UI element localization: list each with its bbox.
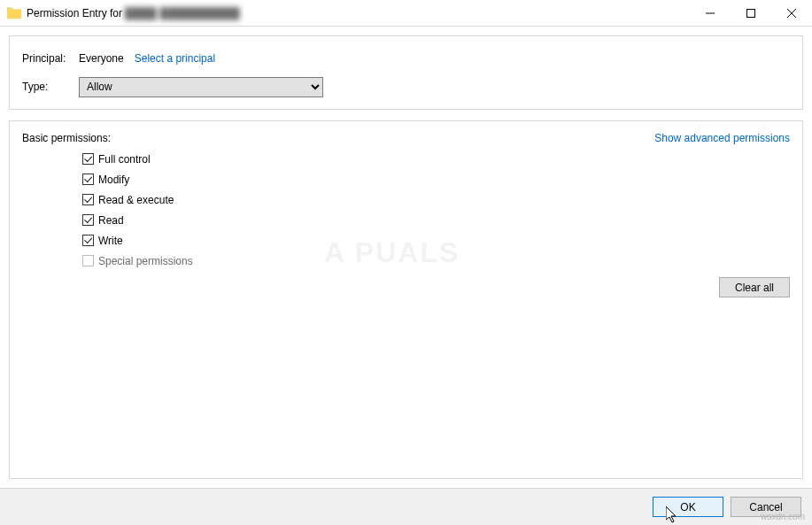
title-bar: Permission Entry for ████ ██████████ [0, 0, 812, 27]
dialog-footer: OK Cancel wsxdn.com [0, 488, 812, 525]
permission-row: Read [82, 211, 790, 229]
permission-label: Special permissions [98, 255, 193, 267]
permission-checkbox[interactable] [82, 214, 94, 226]
type-label: Type: [22, 81, 79, 93]
select-principal-link[interactable]: Select a principal [135, 52, 215, 65]
permission-row: Modify [82, 170, 790, 189]
permission-label: Read & execute [98, 194, 174, 206]
permissions-list: Full controlModifyRead & executeReadWrit… [82, 150, 790, 270]
svg-rect-1 [747, 9, 755, 17]
permission-checkbox [82, 255, 94, 266]
maximize-button[interactable] [731, 0, 771, 27]
permission-checkbox[interactable] [82, 153, 94, 165]
permission-checkbox[interactable] [82, 174, 94, 185]
window-title-obscured: ████ ██████████ [125, 7, 240, 19]
dialog-body: Principal: Everyone Select a principal T… [0, 27, 812, 488]
show-advanced-permissions-link[interactable]: Show advanced permissions [654, 132, 790, 144]
permissions-panel: Basic permissions: Show advanced permiss… [9, 120, 803, 479]
permission-row: Special permissions [82, 251, 790, 270]
close-button[interactable] [771, 0, 812, 27]
cancel-button[interactable]: Cancel [731, 497, 801, 517]
folder-icon [7, 6, 21, 20]
permission-label: Modify [98, 174, 129, 186]
window-title-prefix: Permission Entry for [27, 7, 122, 19]
principal-label: Principal: [22, 52, 79, 65]
permission-label: Read [98, 214, 124, 227]
permission-row: Write [82, 231, 790, 250]
minimize-button[interactable] [690, 0, 731, 27]
ok-button[interactable]: OK [653, 497, 723, 517]
permission-row: Full control [82, 150, 790, 168]
principal-panel: Principal: Everyone Select a principal T… [9, 35, 803, 110]
permission-checkbox[interactable] [82, 235, 94, 246]
type-row: Type: Allow [22, 75, 790, 98]
permission-label: Full control [98, 153, 151, 166]
principal-value: Everyone [79, 52, 124, 65]
permission-row: Read & execute [82, 190, 790, 209]
window-title: Permission Entry for ████ ██████████ [27, 7, 240, 19]
principal-row: Principal: Everyone Select a principal [22, 47, 790, 70]
basic-permissions-heading: Basic permissions: [22, 132, 111, 144]
type-select[interactable]: Allow [79, 77, 323, 97]
clear-all-button[interactable]: Clear all [719, 277, 790, 297]
permission-checkbox[interactable] [82, 194, 94, 205]
permission-label: Write [98, 235, 123, 247]
